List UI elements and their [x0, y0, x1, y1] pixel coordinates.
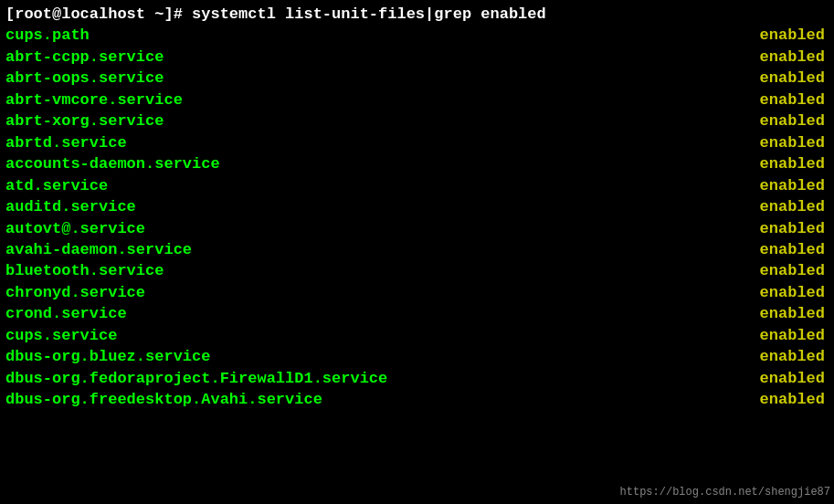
service-name: abrt-oops.service [5, 68, 164, 89]
service-name: avahi-daemon.service [5, 239, 192, 260]
service-name: abrtd.service [5, 132, 127, 153]
table-row: avahi-daemon.serviceenabled [5, 239, 829, 260]
service-name: abrt-xorg.service [5, 110, 164, 131]
table-row: abrtd.serviceenabled [5, 132, 829, 153]
service-status: enabled [760, 196, 829, 217]
service-name: atd.service [5, 175, 108, 196]
service-status: enabled [760, 153, 829, 174]
service-status: enabled [760, 282, 829, 303]
service-name: abrt-vmcore.service [5, 89, 183, 110]
service-name: cups.service [5, 325, 117, 346]
table-row: auditd.serviceenabled [5, 196, 829, 217]
service-name: abrt-ccpp.service [5, 47, 164, 68]
service-name: accounts-daemon.service [5, 153, 220, 174]
service-name: autovt@.service [5, 218, 145, 239]
table-row: abrt-ccpp.serviceenabled [5, 47, 829, 68]
service-status: enabled [760, 389, 829, 410]
service-status: enabled [760, 218, 829, 239]
service-status: enabled [760, 25, 829, 46]
command-line: [root@localhost ~]# systemctl list-unit-… [5, 4, 829, 25]
table-row: abrt-xorg.serviceenabled [5, 110, 829, 131]
service-name: cups.path [5, 25, 90, 46]
service-status: enabled [760, 303, 829, 324]
service-status: enabled [760, 132, 829, 153]
table-row: bluetooth.serviceenabled [5, 260, 829, 281]
output-rows: cups.pathenabledabrt-ccpp.serviceenabled… [5, 25, 829, 410]
table-row: chronyd.serviceenabled [5, 282, 829, 303]
service-status: enabled [760, 47, 829, 68]
table-row: cups.serviceenabled [5, 325, 829, 346]
service-status: enabled [760, 239, 829, 260]
table-row: dbus-org.freedesktop.Avahi.serviceenable… [5, 389, 829, 410]
service-status: enabled [760, 175, 829, 196]
table-row: crond.serviceenabled [5, 303, 829, 324]
table-row: dbus-org.bluez.serviceenabled [5, 346, 829, 367]
service-name: auditd.service [5, 196, 136, 217]
service-name: dbus-org.bluez.service [5, 346, 210, 367]
table-row: abrt-oops.serviceenabled [5, 68, 829, 89]
table-row: autovt@.serviceenabled [5, 218, 829, 239]
table-row: atd.serviceenabled [5, 175, 829, 196]
service-name: dbus-org.freedesktop.Avahi.service [5, 389, 322, 410]
service-status: enabled [760, 346, 829, 367]
table-row: accounts-daemon.serviceenabled [5, 153, 829, 174]
service-status: enabled [760, 368, 829, 389]
table-row: cups.pathenabled [5, 25, 829, 46]
service-status: enabled [760, 260, 829, 281]
service-name: dbus-org.fedoraproject.FirewallD1.servic… [5, 368, 387, 389]
terminal-window: [root@localhost ~]# systemctl list-unit-… [0, 0, 834, 504]
table-row: dbus-org.fedoraproject.FirewallD1.servic… [5, 368, 829, 389]
service-status: enabled [760, 325, 829, 346]
service-name: crond.service [5, 303, 127, 324]
service-status: enabled [760, 110, 829, 131]
service-status: enabled [760, 89, 829, 110]
service-name: chronyd.service [5, 282, 145, 303]
watermark: https://blog.csdn.net/shengjie87 [620, 486, 830, 499]
service-name: bluetooth.service [5, 260, 164, 281]
service-status: enabled [760, 68, 829, 89]
table-row: abrt-vmcore.serviceenabled [5, 89, 829, 110]
